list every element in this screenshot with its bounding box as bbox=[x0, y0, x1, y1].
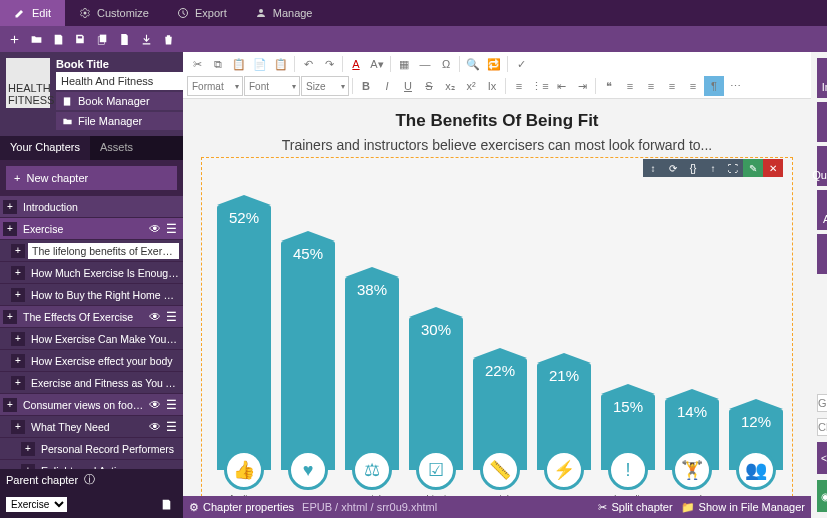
tree-node[interactable]: +Personal Record Performers bbox=[0, 438, 183, 460]
tb-bgcolor[interactable]: A▾ bbox=[367, 54, 387, 74]
tb-find[interactable]: 🔍 bbox=[463, 54, 483, 74]
book-title-input[interactable] bbox=[56, 72, 204, 90]
tab-customize[interactable]: Customize bbox=[65, 0, 163, 26]
split-chapter-button[interactable]: ✂ Split chapter bbox=[598, 501, 672, 514]
side-action-folder[interactable] bbox=[26, 28, 48, 50]
tab-export[interactable]: Export bbox=[163, 0, 241, 26]
file-manager-button[interactable]: File Manager bbox=[56, 112, 204, 130]
subtab-chapters[interactable]: Your Chapters bbox=[0, 136, 90, 160]
tree-node[interactable]: +How Exercise Can Make You Happy bbox=[0, 328, 183, 350]
side-action-doc[interactable] bbox=[113, 28, 135, 50]
toggle-icon[interactable]: + bbox=[21, 442, 35, 456]
tb-hr[interactable]: — bbox=[415, 54, 435, 74]
toggle-icon[interactable]: + bbox=[11, 266, 25, 280]
tree-node[interactable]: +How to Buy the Right Home Exercise E bbox=[0, 284, 183, 306]
tb-more[interactable]: ⋯ bbox=[725, 76, 745, 96]
side-action-del[interactable] bbox=[157, 28, 179, 50]
tb-redo[interactable]: ↷ bbox=[319, 54, 339, 74]
insert-image[interactable]: Image bbox=[817, 58, 827, 98]
tb-ol[interactable]: ≡ bbox=[509, 76, 529, 96]
chapter-properties-button[interactable]: ⚙ Chapter properties bbox=[189, 501, 294, 514]
tb-sub[interactable]: x₂ bbox=[440, 76, 460, 96]
tb-ul[interactable]: ⋮≡ bbox=[530, 76, 550, 96]
tb-table[interactable]: ▦ bbox=[394, 54, 414, 74]
tree-node[interactable]: +How Exercise effect your body bbox=[0, 350, 183, 372]
tab-manage[interactable]: Manage bbox=[241, 0, 327, 26]
parent-save-icon[interactable] bbox=[155, 493, 177, 515]
tb-strike[interactable]: S bbox=[419, 76, 439, 96]
tree-node[interactable]: +What They Need👁☰ bbox=[0, 416, 183, 438]
tb-format-select[interactable]: Format bbox=[187, 76, 243, 96]
toggle-icon[interactable]: + bbox=[3, 200, 17, 214]
book-manager-button[interactable]: Book Manager bbox=[56, 92, 204, 110]
menu-icon[interactable]: ☰ bbox=[163, 420, 179, 434]
tb-special[interactable]: Ω bbox=[436, 54, 456, 74]
tb-highlight[interactable]: ¶ bbox=[704, 76, 724, 96]
subtab-assets[interactable]: Assets bbox=[90, 136, 143, 160]
menu-icon[interactable]: ☰ bbox=[163, 398, 179, 412]
tree-node[interactable]: +Enlightened Actives bbox=[0, 460, 183, 469]
tb-textcolor[interactable]: A bbox=[346, 54, 366, 74]
tree-node[interactable]: +Exercise and Fitness as You Age bbox=[0, 372, 183, 394]
insert-questions[interactable]: Questions bbox=[817, 146, 827, 186]
tb-underline[interactable]: U bbox=[398, 76, 418, 96]
tree-node[interactable]: +Consumer views on food & fitne👁☰ bbox=[0, 394, 183, 416]
tb-outdent[interactable]: ⇤ bbox=[551, 76, 571, 96]
tb-bold[interactable]: B bbox=[356, 76, 376, 96]
menu-icon[interactable]: ☰ bbox=[163, 310, 179, 324]
tb-align-c[interactable]: ≡ bbox=[641, 76, 661, 96]
tb-clear[interactable]: Ix bbox=[482, 76, 502, 96]
side-action-down[interactable] bbox=[135, 28, 157, 50]
new-chapter-button[interactable]: +New chapter bbox=[6, 166, 177, 190]
toggle-icon[interactable]: + bbox=[11, 332, 25, 346]
tb-cut[interactable]: ✂ bbox=[187, 54, 207, 74]
block-code-icon[interactable]: {} bbox=[683, 159, 703, 177]
toggle-icon[interactable]: + bbox=[3, 222, 17, 236]
tb-indent[interactable]: ⇥ bbox=[572, 76, 592, 96]
global-mode-switch[interactable]: GlobalJSCSS bbox=[817, 394, 827, 412]
block-refresh-icon[interactable]: ⟳ bbox=[663, 159, 683, 177]
tab-edit[interactable]: Edit bbox=[0, 0, 65, 26]
tb-quote[interactable]: ❝ bbox=[599, 76, 619, 96]
eye-icon[interactable]: 👁 bbox=[147, 420, 163, 434]
side-action-save2[interactable] bbox=[70, 28, 92, 50]
tb-copy[interactable]: ⧉ bbox=[208, 54, 228, 74]
chapter-mode-switch[interactable]: ChapterJSCSS bbox=[817, 418, 827, 436]
preview-mode-button[interactable]: ◉ Preview Mode bbox=[817, 480, 827, 512]
source-mode-button[interactable]: </> Source Mode bbox=[817, 442, 827, 474]
chart-block[interactable]: 52%👍feelinggood45%♥Betterhealth38%⚖Weigh… bbox=[201, 157, 793, 496]
tree-node[interactable]: +The Effects Of Exercise👁☰ bbox=[0, 306, 183, 328]
eye-icon[interactable]: 👁 bbox=[147, 222, 163, 236]
menu-icon[interactable]: ☰ bbox=[163, 222, 179, 236]
toggle-icon[interactable]: + bbox=[11, 354, 25, 368]
tb-italic[interactable]: I bbox=[377, 76, 397, 96]
insert-audio[interactable]: Audio bbox=[817, 190, 827, 230]
tree-node[interactable]: +Exercise👁☰ bbox=[0, 218, 183, 240]
tb-replace[interactable]: 🔁 bbox=[484, 54, 504, 74]
tb-align-j[interactable]: ≡ bbox=[683, 76, 703, 96]
tb-paste-word[interactable]: 📋 bbox=[271, 54, 291, 74]
insert-3d[interactable]: 3d bbox=[817, 234, 827, 274]
tb-align-l[interactable]: ≡ bbox=[620, 76, 640, 96]
tb-undo[interactable]: ↶ bbox=[298, 54, 318, 74]
block-expand-icon[interactable]: ⛶ bbox=[723, 159, 743, 177]
tb-clean[interactable]: ✓ bbox=[511, 54, 531, 74]
insert-link[interactable]: Link bbox=[817, 102, 827, 142]
tb-sup[interactable]: x² bbox=[461, 76, 481, 96]
toggle-icon[interactable]: + bbox=[11, 420, 25, 434]
tb-align-r[interactable]: ≡ bbox=[662, 76, 682, 96]
eye-icon[interactable]: 👁 bbox=[147, 398, 163, 412]
side-action-copy[interactable] bbox=[92, 28, 114, 50]
block-up-icon[interactable]: ↑ bbox=[703, 159, 723, 177]
tb-paste[interactable]: 📋 bbox=[229, 54, 249, 74]
side-action-save[interactable] bbox=[48, 28, 70, 50]
tree-node[interactable]: +How Much Exercise Is Enough? bbox=[0, 262, 183, 284]
show-in-fm-button[interactable]: 📁 Show in File Manager bbox=[681, 501, 805, 514]
parent-chapter-select[interactable]: Exercise bbox=[6, 497, 67, 512]
side-action-1[interactable] bbox=[4, 28, 26, 50]
toggle-icon[interactable]: + bbox=[3, 310, 17, 324]
toggle-icon[interactable]: + bbox=[11, 288, 25, 302]
block-edit-icon[interactable]: ✎ bbox=[743, 159, 763, 177]
tree-node[interactable]: +Introduction bbox=[0, 196, 183, 218]
block-delete-icon[interactable]: ✕ bbox=[763, 159, 783, 177]
